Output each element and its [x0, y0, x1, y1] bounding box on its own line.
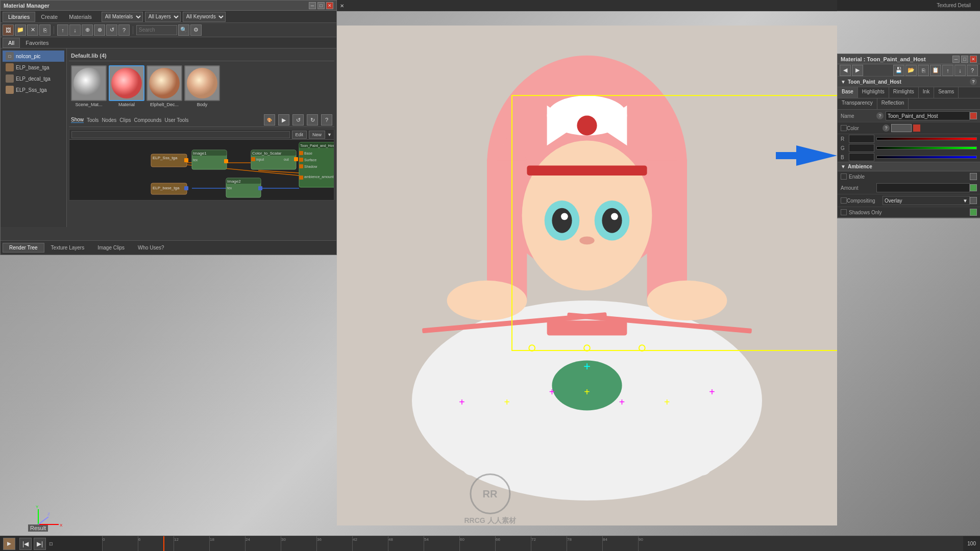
compositing-dropdown[interactable]: Overlay ▼ — [883, 196, 970, 205]
props-nav-left[interactable]: ◀ — [840, 65, 851, 76]
tab-materials[interactable]: Materials — [63, 12, 97, 22]
compounds-btn[interactable]: Compounds — [134, 117, 162, 123]
props-copy-btn[interactable]: ⎘ — [918, 65, 929, 76]
tab-rimlights[interactable]: Rimlights — [889, 87, 919, 98]
sidebar-item-elp-sss[interactable]: ELP_Sss_tga — [3, 84, 64, 95]
bottom-tab-texture[interactable]: Texture Layers — [44, 243, 91, 253]
props-prev-btn[interactable]: ↑ — [942, 65, 953, 76]
tb-btn9[interactable]: ↺ — [106, 24, 117, 36]
timeline-area[interactable]: 0 6 12 18 24 30 36 42 48 54 60 66 72 78 … — [102, 536, 963, 551]
filter-all-keywords[interactable]: All Keywords — [183, 12, 226, 22]
viewport-close-btn[interactable]: ✕ — [340, 3, 344, 9]
props-save-btn[interactable]: 💾 — [893, 65, 904, 76]
tab-all[interactable]: All — [3, 38, 20, 48]
tools-btn[interactable]: Tools — [87, 117, 99, 123]
color-help-icon[interactable]: ? — [883, 124, 890, 132]
material-thumb-scene[interactable]: Scene_Mat... — [71, 65, 107, 107]
tb-extra-btn[interactable]: ⚙ — [190, 24, 202, 36]
show-btn[interactable]: Show — [71, 117, 84, 123]
node-graph-area[interactable]: Edit New ▼ ELP_Sss_tga — [69, 129, 334, 201]
tb-btn8[interactable]: ⊗ — [94, 24, 105, 36]
play-btn[interactable]: ▶ — [278, 114, 289, 126]
tab-base[interactable]: Base — [838, 87, 858, 98]
props-nav-right[interactable]: ▶ — [852, 65, 863, 76]
tab-highlights[interactable]: Highlights — [858, 87, 889, 98]
render-icons-btn[interactable]: 🎨 — [264, 114, 275, 126]
props-close-btn[interactable]: ✕ — [970, 56, 977, 63]
b-input[interactable]: 0.250 — [849, 153, 874, 161]
mm-maximize-btn[interactable]: □ — [317, 2, 325, 9]
b-slider[interactable] — [876, 156, 977, 159]
enable-checkbox[interactable] — [841, 173, 847, 180]
sidebar-item-elp-decal[interactable]: ELP_decal_tga — [3, 73, 64, 84]
material-thumb-elphelt[interactable]: Elphelt_Dec... — [146, 65, 182, 107]
tab-favorites[interactable]: Favorites — [20, 38, 54, 48]
tb-delete-btn[interactable]: ✕ — [27, 24, 38, 36]
props-next-btn[interactable]: ↓ — [954, 65, 966, 76]
tb-btn7[interactable]: ⊕ — [82, 24, 93, 36]
step-fwd-btn[interactable]: ▶| — [34, 538, 46, 550]
r-input[interactable]: 0.250 — [849, 135, 874, 143]
search-input[interactable] — [136, 25, 177, 35]
tb-btn6[interactable]: ↓ — [69, 24, 81, 36]
name-color-btn[interactable] — [970, 112, 977, 119]
name-input[interactable] — [886, 111, 970, 120]
step-back-btn[interactable]: |◀ — [19, 538, 32, 550]
undo-btn[interactable]: ↺ — [292, 114, 304, 126]
material-thumb-main[interactable]: Material — [109, 65, 144, 107]
ambience-collapse-icon[interactable]: ▼ — [841, 164, 846, 169]
clips-btn[interactable]: Clips — [119, 117, 131, 123]
user-tools-btn[interactable]: User Tools — [164, 117, 188, 123]
r-slider[interactable] — [876, 137, 977, 140]
material-thumb-body[interactable]: Body — [184, 65, 220, 107]
props-open-btn[interactable]: 📂 — [905, 65, 917, 76]
g-input[interactable]: 0.250 — [849, 144, 874, 152]
nodes-btn[interactable]: Nodes — [102, 117, 116, 123]
tb-copy-btn[interactable]: ⎘ — [39, 24, 51, 36]
tab-create[interactable]: Create — [35, 12, 63, 22]
g-slider[interactable] — [876, 146, 977, 149]
bottom-tab-who-uses[interactable]: Who Uses? — [131, 243, 171, 253]
name-help-icon[interactable]: ? — [876, 112, 884, 119]
mm-minimize-btn[interactable]: ─ — [309, 2, 316, 9]
bottom-tab-image-clips[interactable]: Image Clips — [91, 243, 131, 253]
mm-close-btn[interactable]: ✕ — [326, 2, 333, 9]
tab-seams[interactable]: Seams — [934, 87, 959, 98]
sidebar-item-elp-base[interactable]: ELP_base_tga — [3, 62, 64, 73]
search-btn[interactable]: 🔍 — [178, 24, 189, 36]
props-paste-btn[interactable]: 📋 — [930, 65, 941, 76]
props-minimize-btn[interactable]: ─ — [952, 56, 960, 63]
new-btn[interactable]: New — [309, 131, 325, 139]
tab-transparency[interactable]: Transparency — [838, 98, 877, 109]
play-icon-btn[interactable] — [3, 538, 15, 550]
tab-ink[interactable]: Ink — [919, 87, 934, 98]
tab-libraries[interactable]: Libraries — [3, 12, 35, 22]
amount-input[interactable]: 1 — [876, 183, 970, 192]
filter-all-layers[interactable]: All Layers — [145, 12, 181, 22]
props-maximize-btn[interactable]: □ — [961, 56, 968, 63]
tab-reflection[interactable]: Reflection — [877, 98, 909, 109]
bottom-tab-render[interactable]: Render Tree — [3, 243, 44, 253]
color-swatch[interactable] — [891, 124, 912, 132]
playhead[interactable] — [163, 536, 164, 551]
compositing-indicator[interactable] — [970, 197, 977, 204]
amount-green-btn[interactable] — [970, 184, 977, 191]
props-help-btn[interactable]: ? — [967, 65, 978, 76]
compositing-checkbox[interactable] — [841, 197, 847, 204]
node-path-input[interactable] — [71, 131, 290, 138]
section-help-icon[interactable]: ? — [970, 78, 977, 85]
tb-open-btn[interactable]: 📁 — [15, 24, 26, 36]
character-3d-viewport[interactable]: + + + + + + + + — [337, 15, 837, 536]
edit-btn[interactable]: Edit — [292, 131, 307, 139]
tb-help-btn[interactable]: ? — [118, 24, 130, 36]
shadows-indicator[interactable] — [970, 209, 977, 216]
enable-indicator[interactable] — [970, 173, 977, 180]
help2-btn[interactable]: ? — [321, 114, 332, 126]
color-del-btn[interactable] — [913, 124, 920, 132]
shadows-checkbox[interactable] — [841, 209, 847, 215]
tb-btn5[interactable]: ↑ — [57, 24, 68, 36]
sidebar-item-noicon[interactable]: □ noIcon_pic — [3, 51, 64, 62]
tb-new-btn[interactable]: 🖼 — [3, 24, 14, 36]
redo-btn[interactable]: ↻ — [307, 114, 318, 126]
collapse-icon[interactable]: ▼ — [841, 79, 846, 85]
